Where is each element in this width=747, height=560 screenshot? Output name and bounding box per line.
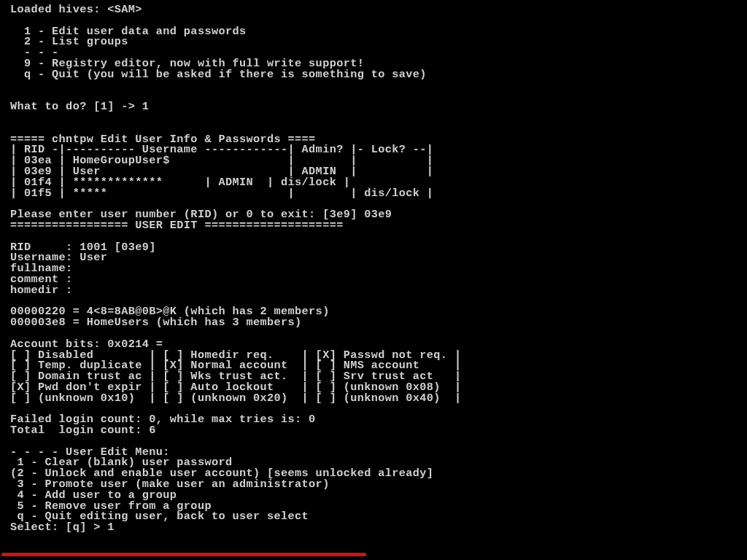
select-prompt[interactable]: Select: [q] > 1 bbox=[10, 521, 115, 534]
user-info-homedir: homedir : bbox=[10, 284, 73, 297]
group-membership: 000003e8 = HomeUsers (which has 3 member… bbox=[10, 316, 302, 329]
total-login-count: Total login count: 6 bbox=[10, 424, 156, 437]
terminal-output: Loaded hives: <SAM> 1 - Edit user data a… bbox=[0, 0, 747, 534]
user-edit-banner: ================= USER EDIT ============… bbox=[10, 219, 344, 232]
account-bits-row: [ ] (unknown 0x10) | [ ] (unknown 0x20) … bbox=[10, 392, 461, 405]
user-table-row: | 01f5 | ***** | | dis/lock | bbox=[10, 187, 433, 200]
what-to-do-prompt: What to do? [1] -> 1 bbox=[10, 100, 149, 113]
menu-item-q: q - Quit (you will be asked if there is … bbox=[10, 68, 427, 81]
highlight-underline bbox=[1, 553, 366, 556]
loaded-hives: Loaded hives: <SAM> bbox=[10, 3, 142, 16]
